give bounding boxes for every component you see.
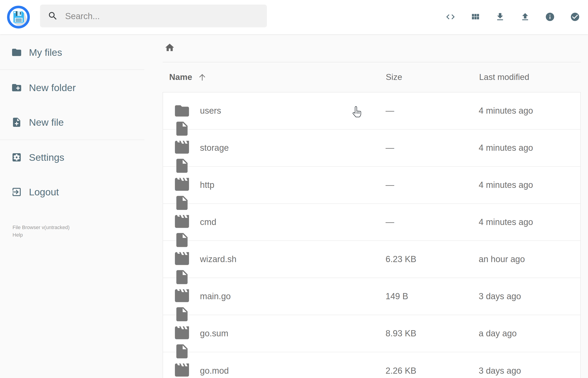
file-table: users — 4 minutes ago storage — 4 — [163, 92, 581, 378]
file-name: storage — [200, 143, 386, 153]
file-name: go.sum — [200, 329, 386, 338]
table-row[interactable]: users — 4 minutes ago — [163, 93, 580, 130]
table-row[interactable]: go.mod 2.26 KB 3 days ago — [163, 352, 580, 378]
table-row[interactable]: main.go 149 B 3 days ago — [163, 278, 580, 315]
table-row[interactable]: http — 4 minutes ago — [163, 167, 580, 204]
folder-icon — [11, 47, 22, 58]
file-icon — [174, 194, 190, 211]
table-row[interactable]: storage — 4 minutes ago — [163, 130, 580, 167]
folder-icon — [174, 288, 190, 305]
search-input[interactable] — [65, 5, 261, 28]
file-icon — [174, 120, 190, 137]
file-type-cell — [163, 288, 200, 305]
logout-icon — [11, 187, 22, 197]
file-size: 6.23 KB — [386, 254, 479, 264]
sidebar-item-settings[interactable]: Settings — [11, 150, 64, 165]
table-row[interactable]: wizard.sh 6.23 KB an hour ago — [163, 241, 580, 278]
file-type-cell — [163, 214, 200, 231]
column-label: Last modified — [479, 72, 529, 82]
column-header-size[interactable]: Size — [386, 72, 402, 82]
download-button[interactable] — [492, 8, 508, 25]
search-icon — [48, 11, 58, 21]
folder-icon — [174, 102, 190, 119]
file-icon — [174, 231, 190, 248]
file-name: cmd — [200, 217, 386, 227]
file-type-cell — [163, 177, 200, 194]
sidebar-item-logout[interactable]: Logout — [11, 185, 59, 199]
file-size: 8.93 KB — [386, 329, 479, 338]
file-modified: 3 days ago — [479, 366, 580, 376]
file-size: 2.26 KB — [386, 366, 479, 376]
top-bar — [0, 0, 588, 34]
info-button[interactable] — [542, 8, 558, 25]
folder-icon — [174, 325, 190, 342]
download-icon — [495, 12, 505, 22]
info-icon — [545, 12, 555, 22]
upload-icon — [520, 12, 530, 22]
sidebar-item-label: Settings — [29, 152, 64, 163]
sidebar-footer: File Browser v(untracked) Help — [13, 224, 70, 239]
file-type-cell — [163, 102, 200, 119]
breadcrumb-home-button[interactable] — [164, 42, 175, 53]
file-type-cell — [163, 140, 200, 156]
folder-icon — [174, 177, 190, 194]
column-label: Name — [169, 72, 192, 82]
sidebar-item-label: My files — [29, 47, 62, 58]
file-icon — [174, 157, 190, 174]
file-size: 149 B — [386, 291, 479, 301]
folder-icon — [174, 363, 190, 378]
file-name: wizard.sh — [200, 254, 386, 264]
file-size: — — [386, 106, 479, 116]
file-icon — [174, 269, 190, 285]
table-row[interactable]: go.sum 8.93 KB a day ago — [163, 315, 580, 352]
file-name: http — [200, 180, 386, 190]
file-size: — — [386, 143, 479, 153]
table-row[interactable]: cmd — 4 minutes ago — [163, 204, 580, 241]
select-multiple-button[interactable] — [567, 8, 583, 25]
file-icon — [174, 306, 190, 323]
sort-ascending-icon — [198, 73, 207, 82]
file-browser-logo — [7, 5, 30, 29]
file-modified: 3 days ago — [479, 291, 580, 301]
folder-icon — [174, 214, 190, 231]
sidebar-item-label: New folder — [29, 82, 76, 93]
column-header-name[interactable]: Name — [169, 72, 207, 82]
file-plus-icon — [11, 117, 22, 128]
app-version-label: File Browser v(untracked) — [13, 225, 70, 230]
file-modified: 4 minutes ago — [479, 106, 580, 116]
home-icon — [164, 42, 175, 53]
file-name: main.go — [200, 291, 386, 301]
file-name: users — [200, 106, 386, 116]
raw-code-button[interactable] — [442, 8, 459, 25]
breadcrumb-divider — [163, 62, 581, 62]
column-header-modified[interactable]: Last modified — [479, 72, 529, 82]
check-circle-icon — [570, 12, 580, 22]
file-type-cell — [163, 363, 200, 378]
sidebar-item-label: New file — [29, 117, 64, 128]
sidebar-item-new-file[interactable]: New file — [11, 115, 64, 130]
sidebar-divider — [0, 69, 144, 70]
file-modified: 4 minutes ago — [479, 217, 580, 227]
file-type-cell — [163, 251, 200, 268]
folder-plus-icon — [11, 82, 22, 93]
folder-icon — [174, 140, 190, 156]
file-modified: an hour ago — [479, 254, 580, 264]
file-icon — [174, 343, 190, 360]
switch-view-button[interactable] — [467, 8, 484, 25]
file-modified: 4 minutes ago — [479, 180, 580, 190]
grid-view-icon — [470, 12, 480, 22]
help-link[interactable]: Help — [13, 231, 70, 239]
file-size: — — [386, 180, 479, 190]
sidebar-item-label: Logout — [29, 187, 59, 198]
column-label: Size — [386, 72, 402, 82]
search-bar — [40, 5, 267, 27]
gear-icon — [11, 152, 22, 163]
file-type-cell — [163, 325, 200, 342]
file-modified: 4 minutes ago — [479, 143, 580, 153]
upload-button[interactable] — [517, 8, 534, 25]
folder-icon — [174, 251, 190, 268]
sidebar-item-my-files[interactable]: My files — [11, 45, 62, 60]
sidebar-item-new-folder[interactable]: New folder — [11, 80, 76, 95]
code-icon — [445, 12, 455, 22]
file-size: — — [386, 217, 479, 227]
